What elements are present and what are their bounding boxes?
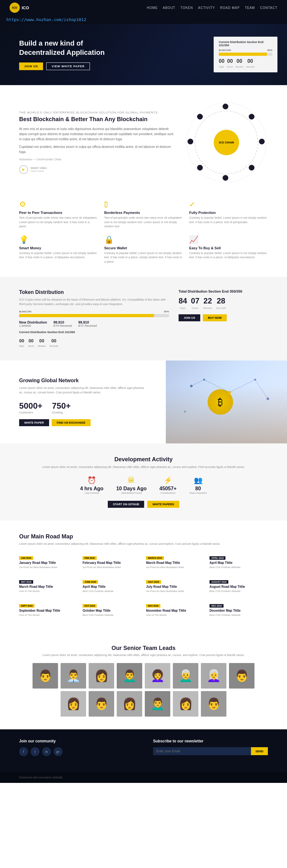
nav-token[interactable]: TOKEN: [180, 6, 193, 9]
presale-pct: 90%: [267, 49, 272, 52]
token-stat-eth: 99,910 ETH Received: [53, 320, 72, 328]
blockchain-diagram: ICO CHAIN: [185, 101, 268, 184]
roadmap-title-1: February Road Map Tittle: [83, 561, 141, 564]
team-avatar-6: 👩‍🦳: [201, 663, 226, 688]
roadmap-title-2: March Road Map Tittle: [146, 561, 204, 564]
github-button[interactable]: START ON GITHUB: [108, 501, 144, 508]
nav-roadmap[interactable]: ROAD MAP: [220, 6, 239, 9]
watch-video-label: Watch Video: [31, 166, 47, 169]
feature-icon-1: ₿: [104, 200, 183, 209]
hero-left: Build a new kind of Decentralized Applic…: [19, 39, 121, 70]
roadmap-item-1: Feb 2018 February Road Map Tittle 1st Pr…: [83, 553, 141, 571]
dev-heading: Development Activity: [19, 456, 268, 463]
team-member-1: 👨‍💼: [61, 663, 86, 688]
countdown-days: 00 Days: [219, 58, 225, 68]
token-bar-row: $UNICOIN 90%: [19, 310, 169, 313]
network-section: Growing Global Network Lorem ipsum dolor…: [0, 361, 287, 443]
feature-icon-0: ⚙: [19, 200, 98, 209]
feature-desc-0: Text of perspiciatis unde omnis iste nat…: [19, 216, 98, 229]
mini-countdown-hours: 00 Hours: [28, 338, 34, 348]
nav-about[interactable]: ABOUT: [163, 6, 175, 9]
hero-countdown: 00 Days 00 Hours 00 Minutes 00 Seconds: [219, 58, 272, 68]
newsletter-form: SEND: [153, 747, 268, 755]
roadmap-title-10: November Road Map Tittle: [146, 609, 204, 612]
social-linkedin[interactable]: in: [42, 747, 51, 756]
newsletter-send-button[interactable]: SEND: [251, 747, 268, 755]
team-avatar-1: 👨‍💼: [61, 663, 86, 688]
roadmap-desc-2: 1st Prize for Best illustration Artist: [146, 565, 204, 569]
nav-home[interactable]: HOME: [147, 6, 158, 9]
roadmap-desc-1: 1st Prize for Best illustration Artist: [83, 565, 141, 569]
token-mini-title: Current Distribution Section End 101/350: [19, 331, 169, 334]
dev-icon-1: 🏛: [116, 476, 146, 485]
team-member-8: 👩: [61, 691, 86, 717]
blockchain-subtitle: The world's only enterprise blockchain s…: [19, 111, 175, 114]
roadmap-item-11: Dec 2018 December Map Tittle Best CSS Po…: [209, 600, 268, 619]
feature-item-2: ✓ Fully Protection Contrary to popular b…: [189, 200, 268, 229]
big-countdown-seconds: 28 Seconds: [216, 297, 226, 310]
newsletter-input[interactable]: [153, 747, 251, 755]
roadmap-desc-10: One of The Month: [146, 613, 204, 617]
token-right: Total Distribution Section End 350/350 8…: [179, 289, 268, 348]
roadmap-desc-8: One of The Month: [19, 613, 78, 617]
team-member-3: 👨‍🦱: [117, 663, 142, 688]
presale-box: Current Distribution Section End 101/350…: [214, 37, 278, 72]
nav-logo[interactable]: ICO ICO: [9, 3, 29, 13]
nav-contact[interactable]: CONTACT: [260, 6, 278, 9]
white-paper-button[interactable]: WHITE PAPER: [19, 419, 49, 426]
team-avatar-2: 👩: [89, 663, 114, 688]
features-grid: ⚙ Peer to Peer Transactions Text of pers…: [0, 200, 287, 277]
join-us-button[interactable]: JOIN US: [19, 62, 43, 70]
dev-white-paper-button[interactable]: WHITE PAPERS: [147, 501, 179, 508]
mini-countdown-days: 00 Days: [19, 338, 24, 348]
token-buy-button[interactable]: BUY NOW: [203, 314, 227, 321]
dev-icon-0: ⏰: [80, 476, 103, 485]
dev-stat-0: ⏰ 4 hrs Ago Last Commit: [80, 476, 103, 494]
footer-top: Join our community f t in g+ Subscribe t…: [19, 739, 268, 756]
token-distribution-heading: Total Distribution Section End 350/350: [179, 289, 268, 293]
nav-activity[interactable]: ACTIVITY: [198, 6, 215, 9]
nav-team[interactable]: TEAM: [245, 6, 255, 9]
feature-title-2: Fully Protection: [189, 211, 268, 215]
blockchain-visual: ICO CHAIN: [185, 101, 268, 184]
social-twitter[interactable]: t: [31, 747, 39, 756]
network-image: ₿: [166, 361, 287, 443]
roadmap-month-6: July 2018: [146, 580, 161, 584]
roadmap-item-2: March 2018 March Road Map Tittle 1st Pri…: [146, 553, 204, 571]
feature-item-3: 💡 Smart Money Contrary to popular belief…: [19, 235, 98, 264]
whitepaper-button[interactable]: VIEW WHITE PAPER: [46, 62, 90, 70]
roadmap-item-0: Jan 2018 January Road Map Tittle 1st Pri…: [19, 553, 78, 571]
feature-desc-4: Contrary to popular belief, Lorem ipsum …: [104, 251, 183, 264]
dev-num-3: 80: [190, 486, 207, 492]
token-heading: Token Distribution: [19, 289, 169, 295]
roadmap-title-8: September Road Map Tittle: [19, 609, 78, 612]
play-icon: ▶: [19, 165, 28, 174]
watch-video-btn[interactable]: ▶ Watch Video How it work: [19, 165, 175, 174]
network-left: Growing Global Network Lorem ipsum dolor…: [0, 365, 166, 439]
team-member-9: 👨: [89, 691, 114, 717]
presale-token-row: $UNICOIN 90%: [219, 49, 272, 52]
team-member-12: 👩: [173, 691, 198, 717]
blockchain-heading: Best Blockchain & Better Than Any Blockc…: [19, 116, 175, 123]
social-googleplus[interactable]: g+: [54, 747, 62, 756]
roadmap-item-3: April 2018 April Map Tittle Best CSS Por…: [209, 553, 268, 571]
diagram-node-tr: [249, 114, 255, 120]
feature-desc-3: Contrary to popular belief, Lorem ipsum …: [19, 251, 98, 260]
logo-text: ICO: [22, 5, 29, 10]
team-avatar-13: 👨: [201, 691, 226, 717]
hero-section: Build a new kind of Decentralized Applic…: [0, 24, 287, 85]
feature-icon-2: ✓: [189, 200, 268, 209]
hero-buttons: JOIN US VIEW WHITE PAPER: [19, 62, 121, 70]
diagram-node-bl: [197, 165, 203, 170]
token-join-button[interactable]: JOIN US: [179, 314, 200, 321]
feature-item-1: ₿ Borderless Payments Text of perspiciat…: [104, 200, 183, 229]
team-avatar-12: 👩: [173, 691, 198, 717]
social-facebook[interactable]: f: [19, 747, 28, 756]
find-exchange-button[interactable]: FIND AN EXCHANGE: [52, 419, 91, 426]
logo-icon: ICO: [9, 3, 20, 13]
roadmap-month-9: Oct 2018: [83, 604, 97, 608]
token-bar-pct: 90%: [164, 310, 169, 313]
token-stat-btc: 99,910 BTC Received: [78, 320, 97, 328]
dev-num-0: 4 hrs Ago: [80, 486, 103, 492]
token-stat-new: New Distribution 1,000000: [19, 320, 47, 328]
